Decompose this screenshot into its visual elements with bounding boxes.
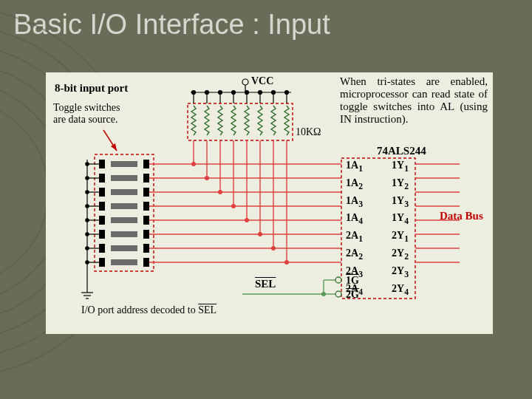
svg-point-69 <box>86 261 89 264</box>
svg-point-55 <box>86 163 89 166</box>
svg-rect-25 <box>188 103 293 140</box>
svg-point-88 <box>232 205 236 208</box>
svg-point-80 <box>205 177 209 180</box>
svg-point-100 <box>272 247 276 250</box>
svg-point-120 <box>335 291 341 297</box>
svg-point-65 <box>86 233 89 236</box>
svg-point-63 <box>86 219 89 222</box>
svg-point-57 <box>86 177 89 180</box>
svg-point-24 <box>285 91 289 95</box>
svg-rect-34 <box>143 174 149 183</box>
svg-rect-47 <box>99 244 105 253</box>
svg-rect-43 <box>143 216 149 225</box>
svg-rect-30 <box>111 161 137 167</box>
svg-rect-33 <box>111 175 137 181</box>
svg-rect-38 <box>99 202 105 211</box>
svg-rect-49 <box>143 244 149 253</box>
svg-rect-29 <box>99 160 105 168</box>
svg-point-76 <box>192 163 196 166</box>
svg-rect-52 <box>143 258 149 267</box>
svg-point-61 <box>86 205 89 208</box>
svg-rect-51 <box>111 259 137 265</box>
chip-output-pins: 1Y1 1Y2 1Y3 1Y4 2Y1 2Y2 2Y3 2Y4 <box>392 158 409 299</box>
svg-rect-35 <box>99 188 105 197</box>
svg-point-12 <box>205 91 209 95</box>
svg-point-96 <box>259 233 262 236</box>
svg-rect-48 <box>111 245 137 251</box>
svg-point-67 <box>86 247 89 250</box>
svg-rect-45 <box>111 231 137 237</box>
svg-rect-36 <box>111 189 137 195</box>
svg-rect-39 <box>111 203 137 209</box>
svg-rect-46 <box>143 230 149 239</box>
svg-rect-41 <box>99 216 105 225</box>
diagram-panel: 8-bit input port Toggle switches are dat… <box>46 72 493 334</box>
svg-rect-42 <box>111 217 137 223</box>
svg-rect-37 <box>143 188 149 197</box>
svg-point-84 <box>219 191 222 194</box>
schematic-svg <box>46 72 493 334</box>
svg-point-104 <box>285 261 289 265</box>
svg-rect-40 <box>143 202 149 211</box>
svg-rect-50 <box>99 258 105 267</box>
svg-rect-31 <box>143 160 149 168</box>
chip-gate-pins: 1G 2G <box>346 273 359 301</box>
svg-point-92 <box>245 219 249 222</box>
svg-point-59 <box>86 191 89 194</box>
svg-point-22 <box>272 91 276 95</box>
svg-point-6 <box>242 79 248 85</box>
svg-point-16 <box>232 91 236 95</box>
svg-point-20 <box>259 91 262 95</box>
svg-marker-27 <box>111 143 117 151</box>
svg-point-10 <box>192 91 196 95</box>
svg-point-18 <box>245 91 249 95</box>
svg-rect-28 <box>95 154 154 271</box>
svg-rect-44 <box>99 230 105 239</box>
svg-point-119 <box>335 277 341 283</box>
svg-point-14 <box>219 91 222 95</box>
svg-point-5 <box>0 100 48 284</box>
svg-rect-32 <box>99 174 105 183</box>
